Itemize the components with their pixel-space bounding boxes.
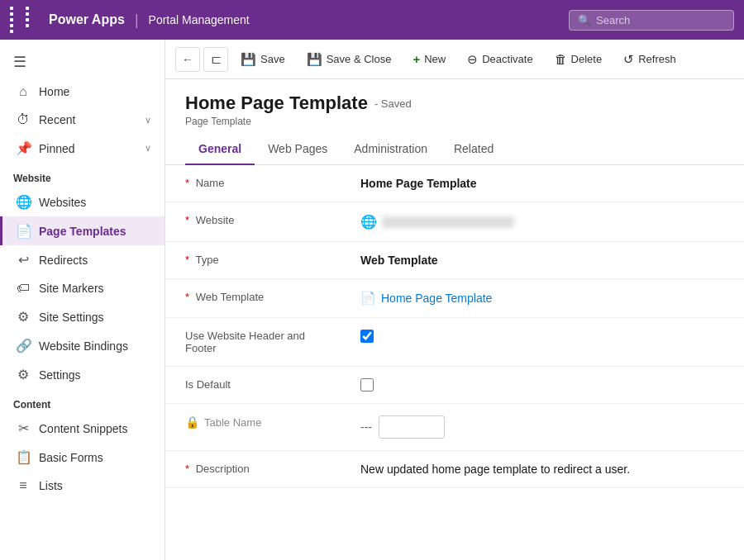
hamburger-button[interactable]: ☰ [0,46,165,78]
site-markers-icon: 🏷 [16,281,31,296]
main-layout: ☰ ⌂ Home ⏱ Recent ∨ 📌 Pinned ∨ Website 🌐… [0,40,744,560]
site-settings-icon: ⚙ [16,309,31,325]
tab-web-pages[interactable]: Web Pages [255,134,341,165]
lists-icon: ≡ [16,478,31,493]
record-title: Home Page Template - Saved [185,93,724,114]
tab-administration[interactable]: Administration [341,134,441,165]
sidebar-item-website-bindings[interactable]: 🔗 Website Bindings [0,331,165,360]
sidebar-item-site-markers-label: Site Markers [39,282,104,295]
form-row-is-default: Is Default [165,367,744,404]
form-label-type: * Type [165,242,347,279]
sidebar-item-basic-forms-label: Basic Forms [39,451,103,464]
form-row-type: * Type Web Template [165,242,744,279]
table-name-input[interactable] [379,415,445,439]
form-label-web-template: * Web Template [165,279,347,318]
delete-button[interactable]: 🗑 Delete [546,47,612,71]
basic-forms-icon: 📋 [16,449,31,465]
sidebar-item-recent[interactable]: ⏱ Recent ∨ [0,106,165,134]
sidebar-item-site-settings-label: Site Settings [39,311,104,324]
website-blurred-value [382,216,514,228]
form-value-website: 🌐 [347,202,744,242]
deactivate-button[interactable]: ⊖ Deactivate [458,47,541,72]
sidebar-item-redirects[interactable]: ↩ Redirects [0,245,165,274]
chevron-down-icon: ∨ [145,115,151,126]
sidebar-item-lists[interactable]: ≡ Lists [0,472,165,500]
toolbar: ← ⊏ 💾 Save 💾 Save & Close + New ⊖ Deacti… [165,40,744,79]
is-default-checkbox[interactable] [360,378,374,392]
sidebar-item-pinned-label: Pinned [39,142,75,155]
sidebar-item-websites-label: Websites [39,196,86,209]
form-label-table-name: 🔒 Table Name [165,404,347,451]
new-button[interactable]: + New [403,47,455,71]
form-row-description: * Description New updated home page temp… [165,451,744,488]
form-row-use-header-footer: Use Website Header and Footer [165,318,744,367]
sidebar-item-content-snippets[interactable]: ✂ Content Snippets [0,414,165,443]
record-subtitle: Page Template [185,116,724,127]
refresh-icon: ↺ [623,52,634,67]
doc-icon: 📄 [360,291,376,306]
search-icon: 🔍 [578,14,591,26]
search-input[interactable] [596,14,725,26]
content-snippets-icon: ✂ [16,420,31,436]
form-value-is-default[interactable] [347,367,744,404]
form-label-description: * Description [165,451,347,488]
record-header: Home Page Template - Saved Page Template [165,79,744,127]
home-icon: ⌂ [16,84,31,99]
web-template-link[interactable]: Home Page Template [381,292,492,305]
sidebar-item-redirects-label: Redirects [39,254,88,267]
sidebar-section-content: Content [0,389,165,414]
sidebar-section-website: Website [0,163,165,187]
form-area: * Name Home Page Template * Website [165,165,744,560]
form-value-name: Home Page Template [347,165,744,202]
recent-icon: ⏱ [16,112,31,127]
content-area: ← ⊏ 💾 Save 💾 Save & Close + New ⊖ Deacti… [165,40,744,560]
save-button[interactable]: 💾 Save [231,47,294,72]
redirects-icon: ↩ [16,252,31,268]
websites-icon: 🌐 [16,194,31,210]
save-close-button[interactable]: 💾 Save & Close [298,47,401,72]
settings-icon: ⚙ [16,367,31,382]
top-bar: Power Apps | Portal Management 🔍 [0,0,744,40]
portal-name: Portal Management [149,13,250,26]
page-templates-icon: 📄 [16,223,31,239]
table-name-placeholder: --- [360,420,372,434]
sidebar-item-pinned[interactable]: 📌 Pinned ∨ [0,134,165,163]
form-table: * Name Home Page Template * Website [165,165,744,488]
save-icon: 💾 [241,52,256,67]
tab-general[interactable]: General [185,134,255,165]
sidebar-item-site-settings[interactable]: ⚙ Site Settings [0,302,165,331]
sidebar-item-page-templates[interactable]: 📄 Page Templates [0,216,165,245]
form-label-name: * Name [165,165,347,202]
apps-grid-icon[interactable] [10,7,39,33]
website-bindings-icon: 🔗 [16,338,31,354]
search-box[interactable]: 🔍 [569,10,734,31]
chevron-down-icon: ∨ [145,143,151,154]
sidebar-item-recent-label: Recent [39,113,75,126]
sidebar-item-page-templates-label: Page Templates [39,225,126,238]
sidebar-item-websites[interactable]: 🌐 Websites [0,187,165,216]
form-row-web-template: * Web Template 📄 Home Page Template [165,279,744,318]
form-row-name: * Name Home Page Template [165,165,744,202]
form-value-table-name: --- [347,404,744,450]
sidebar-item-basic-forms[interactable]: 📋 Basic Forms [0,443,165,472]
form-row-table-name: 🔒 Table Name --- [165,404,744,451]
delete-icon: 🗑 [555,52,567,66]
sidebar-item-content-snippets-label: Content Snippets [39,422,127,435]
lock-icon: 🔒 [185,415,199,429]
sidebar-item-settings[interactable]: ⚙ Settings [0,360,165,389]
use-header-footer-checkbox[interactable] [360,330,374,343]
refresh-button[interactable]: ↺ Refresh [614,47,685,72]
form-value-web-template: 📄 Home Page Template [347,279,744,318]
save-close-icon: 💾 [307,52,322,67]
forward-button[interactable]: ⊏ [203,47,228,72]
app-name: Power Apps [49,12,125,27]
globe-icon: 🌐 [360,214,377,230]
sidebar-item-home[interactable]: ⌂ Home [0,78,165,106]
tabs-bar: General Web Pages Administration Related [165,134,744,165]
tab-related[interactable]: Related [441,134,507,165]
back-button[interactable]: ← [175,47,200,72]
form-label-is-default: Is Default [165,367,347,404]
pin-icon: 📌 [16,140,31,156]
form-value-use-header-footer[interactable] [347,318,744,367]
sidebar-item-site-markers[interactable]: 🏷 Site Markers [0,274,165,302]
